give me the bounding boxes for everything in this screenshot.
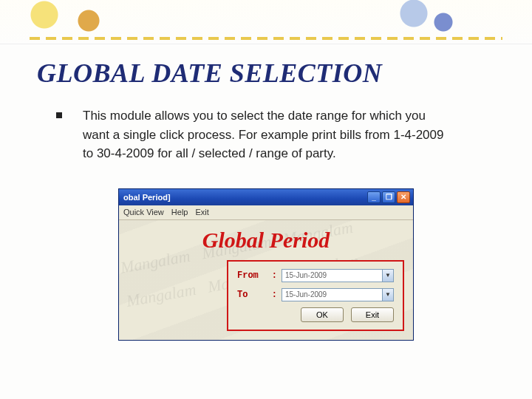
menu-bar: Quick View Help Exit bbox=[119, 205, 413, 220]
decorative-banner bbox=[0, 0, 532, 44]
button-row: OK Exit bbox=[237, 307, 394, 322]
window-title: obal Period] bbox=[123, 193, 367, 202]
screenshot-window-wrap: obal Period] _ ❐ ✕ Quick View Help Exit … bbox=[118, 188, 414, 341]
minimize-button[interactable]: _ bbox=[367, 191, 381, 203]
menu-help[interactable]: Help bbox=[171, 208, 188, 216]
from-date-combo[interactable]: ▼ bbox=[282, 269, 394, 282]
colon: : bbox=[272, 270, 277, 281]
date-range-panel: From : ▼ To : ▼ bbox=[227, 260, 404, 331]
maximize-button[interactable]: ❐ bbox=[382, 191, 395, 203]
to-date-combo[interactable]: ▼ bbox=[282, 288, 394, 301]
menu-exit[interactable]: Exit bbox=[195, 208, 208, 216]
page-title: GLOBAL DATE SELECTION bbox=[37, 58, 495, 89]
from-row: From : ▼ bbox=[237, 269, 394, 282]
window-titlebar[interactable]: obal Period] _ ❐ ✕ bbox=[119, 189, 413, 205]
from-label: From bbox=[237, 270, 267, 281]
chevron-down-icon[interactable]: ▼ bbox=[382, 288, 394, 301]
bullet-item: This module allows you to select the dat… bbox=[37, 106, 451, 163]
chevron-down-icon[interactable]: ▼ bbox=[382, 269, 394, 282]
exit-button[interactable]: Exit bbox=[351, 307, 394, 322]
panel-heading: Global Period bbox=[128, 228, 404, 253]
menu-quickview[interactable]: Quick View bbox=[123, 208, 164, 216]
window-control-buttons: _ ❐ ✕ bbox=[367, 191, 410, 203]
to-label: To bbox=[237, 290, 267, 300]
from-date-input[interactable] bbox=[282, 269, 382, 282]
to-row: To : ▼ bbox=[237, 288, 394, 301]
to-date-input[interactable] bbox=[282, 288, 382, 301]
close-button[interactable]: ✕ bbox=[397, 191, 410, 203]
square-bullet-icon bbox=[56, 112, 62, 118]
window-client-area: Global Period From : ▼ To : bbox=[119, 220, 413, 340]
bullet-text: This module allows you to select the dat… bbox=[83, 106, 451, 163]
app-window: obal Period] _ ❐ ✕ Quick View Help Exit … bbox=[118, 188, 414, 341]
ok-button[interactable]: OK bbox=[301, 307, 344, 322]
slide-body: GLOBAL DATE SELECTION This module allows… bbox=[0, 44, 532, 341]
colon: : bbox=[272, 290, 277, 300]
